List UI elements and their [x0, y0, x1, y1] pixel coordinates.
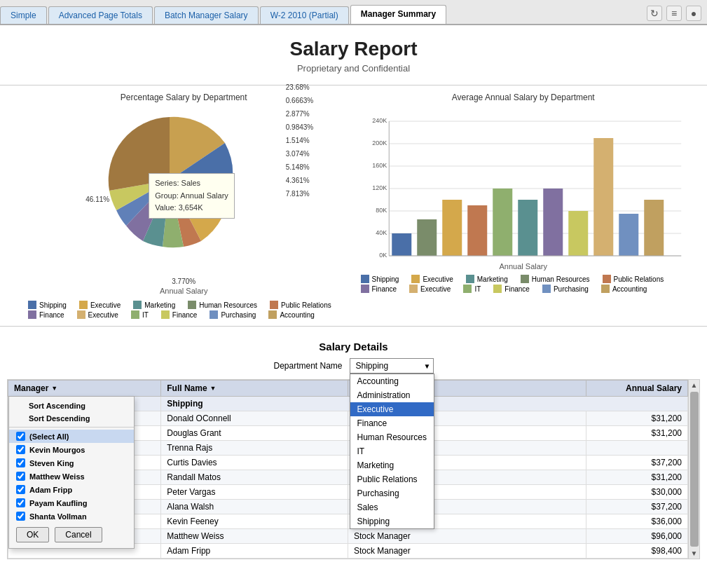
legend-hr: Human Resources	[188, 301, 257, 309]
bar-legend-color-sales	[601, 285, 610, 293]
dept-option-marketing[interactable]: Marketing	[350, 458, 434, 472]
svg-text:240K: 240K	[372, 117, 387, 124]
pie-axis-label: Annual Salary	[160, 287, 208, 295]
svg-rect-21	[543, 189, 563, 256]
payam-checkbox[interactable]	[16, 498, 25, 507]
tab-simple[interactable]: Simple	[0, 6, 47, 24]
filter-ok-button[interactable]: OK	[16, 527, 49, 542]
legend-finance: Finance	[161, 310, 198, 319]
fullname-cell-7: Kevin Feeney	[161, 514, 348, 529]
bar-chart-inner-svg: 0K 40K 80K 120K 160K 200K 240K	[361, 107, 687, 261]
fullname-cell-0: Donald OConnell	[161, 411, 348, 426]
svg-text:0K: 0K	[379, 252, 387, 259]
adam-label: Adam Fripp	[29, 486, 72, 494]
dept-option-sales[interactable]: Sales	[350, 500, 434, 514]
svg-rect-23	[593, 138, 613, 256]
dept-option-accounting[interactable]: Accounting	[350, 374, 434, 388]
salary-cell-2	[586, 441, 688, 456]
pie-label-right: 23.68% 0.6663% 2.877% 0.9843% 1.514% 3.0…	[286, 81, 313, 200]
fullname-cell-6: Alana Walsh	[161, 500, 348, 514]
legend-label-admin: Executive	[90, 301, 121, 309]
table-scrollbar[interactable]: ▲ ▼	[688, 380, 699, 559]
sort-descending[interactable]: Sort Descending	[9, 412, 134, 425]
dept-option-shipping[interactable]: Shipping	[350, 514, 434, 528]
scroll-down-btn[interactable]: ▼	[689, 548, 699, 559]
legend-label-marketing: Marketing	[144, 301, 175, 309]
tab-manager-summary[interactable]: Manager Summary	[350, 5, 446, 24]
pie-pct-1: 0.6663%	[286, 94, 313, 107]
dept-option-it[interactable]: IT	[350, 444, 434, 458]
bar-legend-color-finance	[493, 285, 502, 293]
tab-advanced[interactable]: Advanced Page Totals	[48, 6, 153, 24]
dept-option-finance[interactable]: Finance	[350, 416, 434, 430]
legend-color-admin	[79, 301, 88, 309]
bar-legend-label-admin: Executive	[423, 275, 453, 283]
dept-option-hr[interactable]: Human Resources	[350, 430, 434, 444]
grid-button[interactable]: ≡	[666, 6, 682, 21]
matthew-checkbox[interactable]	[16, 472, 25, 481]
tab-w2[interactable]: W-2 2010 (Partial)	[260, 6, 349, 24]
adam-checkbox[interactable]	[16, 485, 25, 494]
bar-chart-container: Average Annual Salary by Department 0K 4…	[361, 93, 687, 319]
bar-axis-label: Annual Salary	[361, 262, 687, 271]
col-fullname[interactable]: Full Name ▼	[161, 381, 348, 397]
tabs-bar: Simple Advanced Page Totals Batch Manage…	[0, 0, 707, 25]
col-fullname-label: Full Name	[167, 383, 207, 393]
steven-checkbox[interactable]	[16, 458, 25, 467]
filter-shanta[interactable]: Shanta Vollman	[9, 510, 134, 523]
bar-legend-color-hr	[521, 275, 529, 283]
dept-option-administration[interactable]: Administration	[350, 388, 434, 402]
scroll-thumb[interactable]	[690, 392, 699, 547]
manager-filter-arrow[interactable]: ▼	[51, 385, 57, 392]
filter-kevin[interactable]: Kevin Mourgos	[9, 443, 134, 456]
svg-rect-17	[442, 200, 462, 256]
filter-steven[interactable]: Steven King	[9, 456, 134, 470]
bar-legend-label-hr: Human Resources	[532, 275, 590, 283]
dept-option-purchasing[interactable]: Purchasing	[350, 486, 434, 500]
filter-cancel-button[interactable]: Cancel	[55, 527, 102, 542]
svg-text:160K: 160K	[372, 162, 387, 169]
legend-color-finance	[161, 310, 170, 319]
tab-batch[interactable]: Batch Manager Salary	[154, 6, 259, 24]
bar-legend-admin: Executive	[411, 275, 453, 283]
matthew-label: Matthew Weiss	[29, 472, 85, 481]
col-salary-label: Annual Salary	[626, 383, 682, 393]
bar-legend-color-pr	[603, 275, 611, 283]
pie-pct-8: 7.813%	[286, 187, 313, 200]
filter-divider	[9, 427, 134, 428]
dept-option-pr[interactable]: Public Relations	[350, 472, 434, 486]
manager-filter-dropdown: Sort Ascending Sort Descending (Select A…	[8, 396, 135, 549]
pie-pct-2: 2.877%	[286, 107, 313, 121]
filter-payam[interactable]: Payam Kaufling	[9, 496, 134, 510]
filter-matthew[interactable]: Matthew Weiss	[9, 470, 134, 483]
pie-legend: Shipping Executive Marketing Human Resou…	[21, 301, 347, 319]
user-button[interactable]: ●	[686, 6, 701, 21]
bar-legend-label-pr: Public Relations	[614, 275, 664, 283]
fullname-sort-arrow[interactable]: ▼	[210, 385, 217, 392]
pie-pct-3: 0.9843%	[286, 121, 313, 134]
refresh-button[interactable]: ↻	[647, 6, 662, 21]
fullname-cell-3: Curtis Davies	[161, 456, 348, 470]
sort-ascending[interactable]: Sort Ascending	[9, 399, 134, 412]
filter-label: Department Name	[273, 361, 342, 371]
bar-legend-executive: Executive	[409, 285, 451, 293]
svg-rect-20	[518, 200, 537, 256]
dept-select[interactable]: Shipping	[350, 358, 434, 374]
dept-option-executive[interactable]: Executive	[350, 402, 434, 416]
col-salary[interactable]: Annual Salary	[586, 381, 688, 397]
table-header: Manager ▼ Sort Ascending Sort Descending	[8, 381, 688, 397]
svg-rect-19	[493, 189, 512, 256]
col-manager[interactable]: Manager ▼ Sort Ascending Sort Descending	[8, 381, 161, 397]
fullname-cell-5: Peter Vargas	[161, 485, 348, 500]
fullname-cell-8: Matthew Weiss	[161, 529, 348, 544]
shanta-checkbox[interactable]	[16, 512, 25, 521]
kevin-checkbox[interactable]	[16, 445, 25, 454]
scroll-up-btn[interactable]: ▲	[689, 380, 699, 390]
select-all-label: (Select All)	[29, 432, 69, 441]
select-all-checkbox[interactable]	[16, 432, 25, 441]
filter-adam[interactable]: Adam Fripp	[9, 483, 134, 496]
svg-text:80K: 80K	[376, 207, 387, 214]
filter-select-all[interactable]: (Select All)	[9, 430, 134, 443]
svg-rect-25	[644, 200, 664, 256]
legend-color-pr	[270, 301, 278, 309]
